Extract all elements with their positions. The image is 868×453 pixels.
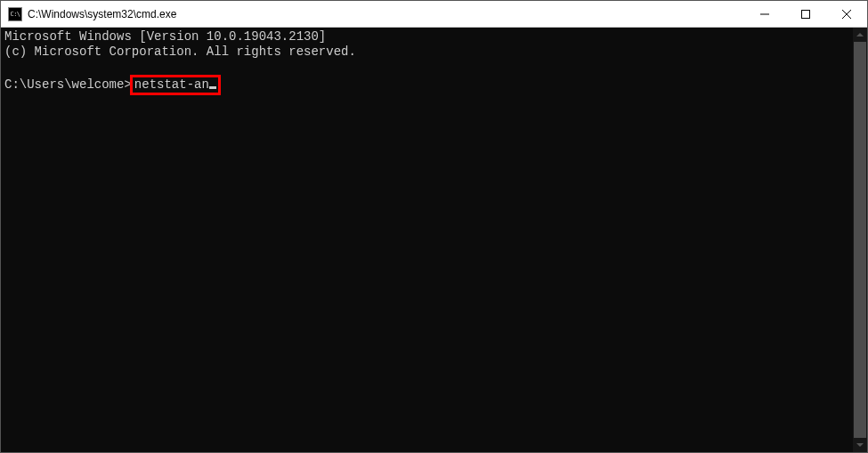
scrollbar-thumb[interactable] (854, 42, 866, 438)
chevron-down-icon (856, 443, 864, 447)
vertical-scrollbar[interactable] (853, 28, 867, 452)
scrollbar-track[interactable] (853, 42, 867, 438)
scroll-up-button[interactable] (853, 28, 867, 42)
terminal-area: Microsoft Windows [Version 10.0.19043.21… (1, 28, 867, 452)
svg-marker-4 (856, 33, 864, 36)
svg-rect-1 (802, 10, 810, 18)
chevron-up-icon (856, 33, 864, 36)
titlebar[interactable]: C:\ C:\Windows\system32\cmd.exe (1, 1, 867, 28)
close-icon (842, 10, 851, 19)
close-button[interactable] (826, 1, 867, 27)
cursor (209, 86, 216, 89)
window-controls (744, 1, 867, 27)
terminal-line: (c) Microsoft Corporation. All rights re… (4, 44, 356, 59)
minimize-icon (760, 10, 769, 19)
command-highlight: netstat-an (130, 75, 221, 95)
svg-marker-5 (856, 443, 864, 447)
command-text: netstat-an (134, 77, 209, 92)
prompt: C:\Users\welcome> (4, 77, 132, 92)
cmd-icon: C:\ (8, 7, 22, 21)
maximize-icon (801, 10, 810, 19)
cmd-window: C:\ C:\Windows\system32\cmd.exe Microsof… (0, 0, 868, 453)
scroll-down-button[interactable] (853, 438, 867, 452)
terminal-line: Microsoft Windows [Version 10.0.19043.21… (4, 29, 326, 44)
minimize-button[interactable] (744, 1, 785, 27)
terminal[interactable]: Microsoft Windows [Version 10.0.19043.21… (1, 28, 853, 452)
maximize-button[interactable] (785, 1, 826, 27)
window-title: C:\Windows\system32\cmd.exe (28, 8, 744, 20)
